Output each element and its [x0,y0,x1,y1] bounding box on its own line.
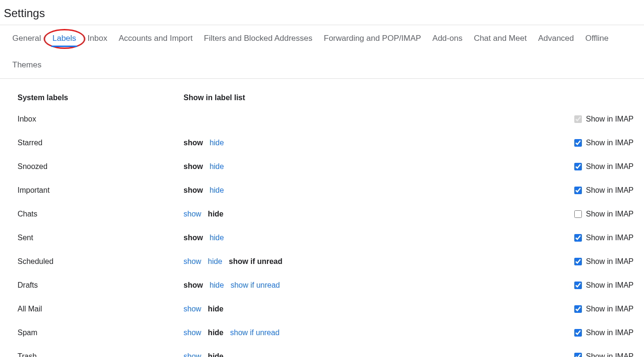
show-in-imap-checkbox[interactable] [574,258,582,265]
label-visibility-options: showhideshow if unread [184,257,555,266]
option-hide[interactable]: hide [208,352,223,357]
show-in-imap-label: Show in IMAP [586,186,634,195]
tab-forwarding-and-pop-imap[interactable]: Forwarding and POP/IMAP [318,25,427,52]
label-name: Drafts [15,281,184,290]
show-in-imap-checkbox[interactable] [574,234,582,242]
option-show[interactable]: show [184,305,201,313]
show-in-imap-cell: Show in IMAP [555,209,635,219]
option-hide[interactable]: hide [210,139,224,147]
option-show[interactable]: show [184,186,203,195]
show-in-imap-label: Show in IMAP [586,234,634,242]
option-show[interactable]: show [184,139,203,147]
annotation-circle [44,29,85,49]
label-visibility-options: showhide [184,210,555,218]
label-row: StarredshowhideShow in IMAP [15,131,635,155]
header-show-in-label-list: Show in label list [184,94,555,102]
show-in-imap-cell: Show in IMAP [555,280,635,291]
label-name: Starred [15,139,184,147]
show-in-imap-checkbox[interactable] [574,139,582,147]
tab-labels[interactable]: Labels [46,25,82,52]
show-in-imap-label: Show in IMAP [586,281,634,290]
option-hide[interactable]: hide [208,305,223,313]
label-name: Snoozed [15,162,184,171]
tab-advanced[interactable]: Advanced [533,25,580,52]
label-name: Chats [15,210,184,218]
show-in-imap-label: Show in IMAP [586,115,634,123]
label-row: ChatsshowhideShow in IMAP [15,202,635,226]
label-row: SnoozedshowhideShow in IMAP [15,155,635,178]
option-show[interactable]: show [184,257,201,266]
tab-add-ons[interactable]: Add-ons [427,25,468,52]
show-in-imap-checkbox[interactable] [574,353,582,357]
option-show[interactable]: show [184,352,201,357]
show-in-imap-cell: Show in IMAP [555,304,635,314]
show-in-imap-label: Show in IMAP [586,139,634,147]
tab-general[interactable]: General [7,25,46,52]
show-in-imap-cell: Show in IMAP [555,256,635,267]
label-row: Spamshowhideshow if unreadShow in IMAP [15,321,635,345]
label-visibility-options: showhide [184,305,555,313]
label-name: Inbox [15,115,184,123]
label-visibility-options: showhide [184,139,555,147]
label-visibility-options: showhideshow if unread [184,281,555,290]
header-system-labels: System labels [15,94,184,102]
tab-accounts-and-import[interactable]: Accounts and Import [113,25,198,52]
show-in-imap-label: Show in IMAP [586,257,634,266]
option-show-if-unread[interactable]: show if unread [230,281,280,290]
show-in-imap-cell: Show in IMAP [555,351,635,357]
option-hide[interactable]: hide [210,186,224,195]
tab-filters-and-blocked-addresses[interactable]: Filters and Blocked Addresses [198,25,318,52]
option-hide[interactable]: hide [208,257,222,266]
show-in-imap-checkbox[interactable] [574,163,582,170]
option-show[interactable]: show [184,329,201,337]
label-visibility-options: showhideshow if unread [184,329,555,337]
show-in-imap-checkbox[interactable] [574,305,582,313]
show-in-imap-checkbox [574,115,582,123]
option-hide[interactable]: hide [208,329,223,337]
option-show[interactable]: show [184,162,203,171]
label-name: All Mail [15,305,184,313]
option-hide[interactable]: hide [210,281,224,290]
show-in-imap-cell: Show in IMAP [555,328,635,338]
show-in-imap-cell: Show in IMAP [555,161,635,172]
option-hide[interactable]: hide [210,162,224,171]
page-title: Settings [0,0,644,25]
show-in-imap-cell: Show in IMAP [555,114,635,124]
label-name: Trash [15,352,184,357]
option-hide[interactable]: hide [208,210,223,218]
label-row: TrashshowhideShow in IMAP [15,345,635,357]
show-in-imap-cell: Show in IMAP [555,185,635,196]
tab-chat-and-meet[interactable]: Chat and Meet [468,25,533,52]
tab-offline[interactable]: Offline [580,25,614,52]
option-show[interactable]: show [184,210,201,218]
label-name: Spam [15,329,184,337]
option-hide[interactable]: hide [210,234,224,242]
show-in-imap-label: Show in IMAP [586,305,634,313]
label-name: Scheduled [15,257,184,266]
label-row: InboxShow in IMAP [15,107,635,131]
settings-tabbar: GeneralLabelsInboxAccounts and ImportFil… [0,25,644,79]
label-visibility-options: showhide [184,234,555,242]
option-show-if-unread[interactable]: show if unread [230,329,279,337]
show-in-imap-checkbox[interactable] [574,210,582,218]
label-row: All MailshowhideShow in IMAP [15,297,635,321]
show-in-imap-checkbox[interactable] [574,187,582,194]
show-in-imap-cell: Show in IMAP [555,233,635,243]
option-show[interactable]: show [184,234,203,242]
option-show-if-unread[interactable]: show if unread [229,257,283,266]
label-visibility-options: showhide [184,352,555,357]
show-in-imap-cell: Show in IMAP [555,138,635,148]
option-show[interactable]: show [184,281,203,290]
tab-themes[interactable]: Themes [7,52,47,78]
show-in-imap-label: Show in IMAP [586,210,634,218]
show-in-imap-label: Show in IMAP [586,352,634,357]
labels-header-row: System labels Show in label list [15,88,635,107]
label-name: Sent [15,234,184,242]
show-in-imap-label: Show in IMAP [586,329,634,337]
show-in-imap-checkbox[interactable] [574,329,582,337]
label-row: ImportantshowhideShow in IMAP [15,178,635,202]
show-in-imap-checkbox[interactable] [574,282,582,289]
show-in-imap-label: Show in IMAP [586,162,634,171]
tab-inbox[interactable]: Inbox [82,25,113,52]
label-visibility-options: showhide [184,186,555,195]
